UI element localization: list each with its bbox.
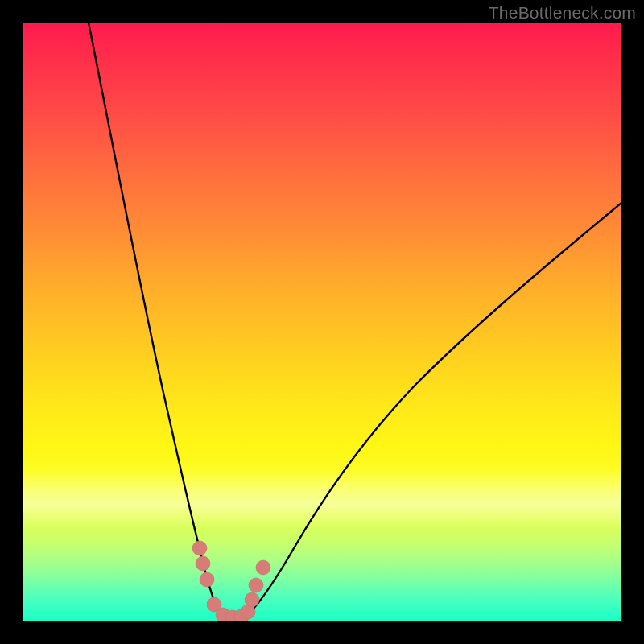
- curve-left-branch: [89, 23, 222, 618]
- svg-point-8: [245, 592, 259, 607]
- svg-point-10: [256, 560, 270, 575]
- plot-area: [23, 23, 621, 621]
- chart-frame: TheBottleneck.com: [0, 0, 644, 644]
- svg-point-0: [192, 541, 207, 555]
- marker-group: [192, 541, 270, 621]
- curve-right-branch: [244, 203, 621, 618]
- svg-point-1: [196, 556, 210, 571]
- svg-point-2: [200, 572, 214, 587]
- watermark-text: TheBottleneck.com: [489, 3, 636, 23]
- bottleneck-curve: [23, 23, 621, 621]
- svg-point-9: [249, 578, 263, 592]
